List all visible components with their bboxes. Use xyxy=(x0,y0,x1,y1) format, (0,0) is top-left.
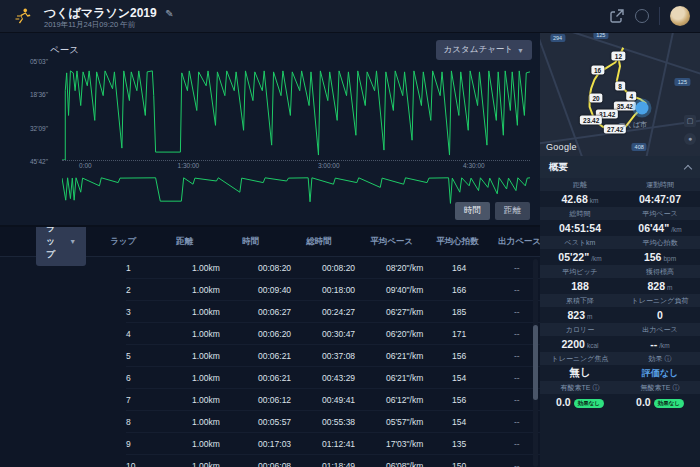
series-label-pace: ペース xyxy=(42,44,79,57)
info-icon[interactable]: ⓘ xyxy=(672,384,679,391)
map-layers-control[interactable]: ▢ xyxy=(684,115,696,127)
lap-cell: 01:18:49 xyxy=(322,461,386,467)
lap-cell: 3 xyxy=(126,307,192,317)
lap-row[interactable]: 21.00km00:09:4000:18:0009'40"/km166-- xyxy=(126,279,540,301)
lap-cell: 1.00km xyxy=(192,307,258,317)
share-export-icon[interactable] xyxy=(609,8,625,24)
status-ring-icon[interactable] xyxy=(635,9,649,23)
stat-value: 188 xyxy=(540,280,620,292)
lap-cell: 06'12"/km xyxy=(386,395,452,405)
runner-icon xyxy=(14,7,32,25)
lap-cell: 00:30:47 xyxy=(322,329,386,339)
stat-label: カロリー xyxy=(540,325,620,335)
axis-mode-time-button[interactable]: 時間 xyxy=(455,202,490,220)
lap-cell: 156 xyxy=(452,351,514,361)
lap-cell: 00:49:41 xyxy=(322,395,386,405)
stat-label: 総時間 xyxy=(540,209,620,219)
pace-chart-plot[interactable] xyxy=(62,61,530,161)
lap-row[interactable]: 81.00km00:05:5700:55:3805'57"/km154-- xyxy=(126,411,540,433)
lap-cell: 00:09:40 xyxy=(258,285,322,295)
pace-chart-card: ペース カスタムチャート▼ 05'03"18'36"32'09"45'42" 0… xyxy=(0,33,540,225)
stat-value: 0 xyxy=(620,309,700,321)
column-header[interactable]: 時間 xyxy=(242,236,306,248)
stat-row: 総時間平均ペース04:51:5406'44"/km xyxy=(540,207,700,236)
distance-marker: 16 xyxy=(591,65,604,74)
chart-navigator[interactable] xyxy=(62,173,530,205)
distance-marker: 12 xyxy=(612,52,625,61)
info-icon[interactable]: ⓘ xyxy=(665,355,672,362)
column-header[interactable]: 距離 xyxy=(176,236,242,248)
axis-mode-distance-button[interactable]: 距離 xyxy=(495,202,530,220)
lap-cell: 00:17:03 xyxy=(258,439,322,449)
stat-unit: m xyxy=(667,284,672,291)
page-title: つくばマラソン2019 xyxy=(44,6,157,20)
lap-row[interactable]: 31.00km00:06:2700:24:2706'27"/km185-- xyxy=(126,301,540,323)
activity-header: つくばマラソン2019 ✎ 2019年11月24日09:20 午前 xyxy=(0,0,700,33)
stat-label: 距離 xyxy=(540,180,620,190)
lap-cell: 4 xyxy=(126,329,192,339)
lap-row[interactable]: 11.00km00:08:2000:08:2008'20"/km164-- xyxy=(126,257,540,279)
stat-row: ベストkm平均心拍数05'22"/km156bpm xyxy=(540,236,700,265)
lap-row[interactable]: 91.00km00:17:0301:12:4117'03"/km135-- xyxy=(126,433,540,455)
laps-column-headers: ラップ距離時間総時間平均ペース平均心拍数出力ペース xyxy=(110,236,540,248)
stat-row: 累積下降トレーニング負荷823m0 xyxy=(540,294,700,323)
lap-cell: 05'57"/km xyxy=(386,417,452,427)
lap-cell: 1.00km xyxy=(192,329,258,339)
time-x-axis: 0:001:30:003:00:004:30:00 xyxy=(62,161,530,172)
table-scrollbar[interactable] xyxy=(533,259,538,467)
custom-chart-button[interactable]: カスタムチャート▼ xyxy=(436,40,532,60)
lap-row[interactable]: 41.00km00:06:2000:30:4706'20"/km171-- xyxy=(126,323,540,345)
lap-cell: 1 xyxy=(126,263,192,273)
stat-value: 04:47:07 xyxy=(620,193,700,205)
y-axis-tick: 45'42" xyxy=(30,158,48,165)
lap-cell: 00:06:20 xyxy=(258,329,322,339)
lap-cell: 156 xyxy=(452,395,514,405)
x-axis-tick: 0:00 xyxy=(79,162,92,169)
column-header[interactable]: 総時間 xyxy=(306,236,370,248)
stat-unit: /km xyxy=(671,226,681,233)
map-pegman-control[interactable]: ● xyxy=(684,133,696,145)
lap-cell: 06'21"/km xyxy=(386,351,452,361)
column-header[interactable]: 平均心拍数 xyxy=(436,236,498,248)
current-position-dot xyxy=(636,102,649,115)
column-header[interactable]: 出力ペース xyxy=(498,236,540,248)
stat-value: 2200kcal xyxy=(540,338,620,350)
lap-cell: 00:05:57 xyxy=(258,417,322,427)
stat-value: 05'22"/km xyxy=(540,251,620,263)
stat-label: 累積下降 xyxy=(540,296,620,306)
stat-row: トレーニング焦点効果ⓘ無し評価なし xyxy=(540,352,700,381)
pace-series-swatch xyxy=(42,45,45,56)
lap-cell: 00:08:20 xyxy=(322,263,386,273)
lap-cell: 8 xyxy=(126,417,192,427)
column-header[interactable]: ラップ xyxy=(110,236,176,248)
pace-y-axis: 05'03"18'36"32'09"45'42" xyxy=(6,61,54,161)
route-map[interactable]: 2941251254081216820435.4231.4223.4227.42… xyxy=(540,33,700,156)
scrollbar-thumb[interactable] xyxy=(533,325,538,400)
lap-cell: 7 xyxy=(126,395,192,405)
lap-cell: 150 xyxy=(452,461,514,467)
user-avatar[interactable] xyxy=(670,6,690,26)
y-axis-tick: 18'36" xyxy=(30,91,48,98)
map-city-label: つくば市 xyxy=(619,120,648,130)
stat-label: 出力ペース xyxy=(620,325,700,335)
x-axis-tick: 4:30:00 xyxy=(463,162,485,169)
road-shield: 125 xyxy=(675,78,690,86)
summary-section-header[interactable]: 概要 xyxy=(540,156,700,178)
lap-row[interactable]: 71.00km00:06:1200:49:4106'12"/km156-- xyxy=(126,389,540,411)
info-icon[interactable]: ⓘ xyxy=(592,384,599,391)
lap-cell: 00:55:38 xyxy=(322,417,386,427)
stat-unit: /km xyxy=(659,342,669,349)
lap-cell: 00:37:08 xyxy=(322,351,386,361)
column-header[interactable]: 平均ペース xyxy=(370,236,436,248)
lap-cell: 06'08"/km xyxy=(386,461,452,467)
lap-row[interactable]: 101.00km00:06:0801:18:4906'08"/km150-- xyxy=(126,455,540,467)
distance-marker: 35.42 xyxy=(614,101,636,110)
distance-marker: 8 xyxy=(615,81,625,90)
edit-title-icon[interactable]: ✎ xyxy=(165,8,173,19)
stat-unit: /km xyxy=(591,255,601,262)
lap-row[interactable]: 61.00km00:06:2100:43:2906'21"/km154-- xyxy=(126,367,540,389)
stat-value[interactable]: 評価なし xyxy=(620,367,700,380)
lap-row[interactable]: 51.00km00:06:2100:37:0806'21"/km156-- xyxy=(126,345,540,367)
lap-cell: 1.00km xyxy=(192,263,258,273)
lap-cell: 00:43:29 xyxy=(322,373,386,383)
